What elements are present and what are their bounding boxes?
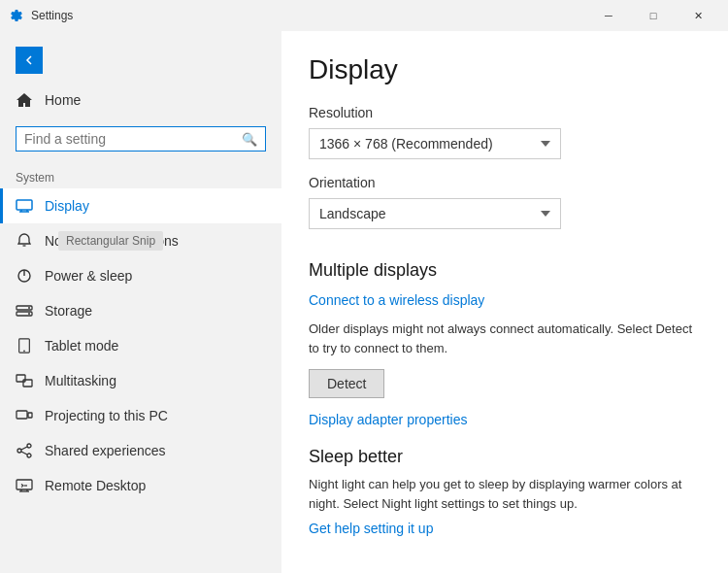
svg-rect-15 bbox=[17, 411, 27, 419]
svg-point-12 bbox=[23, 350, 25, 352]
section-label: System bbox=[0, 159, 281, 188]
svg-point-18 bbox=[27, 444, 31, 448]
back-icon bbox=[24, 55, 34, 65]
remote-label: Remote Desktop bbox=[45, 478, 146, 493]
svg-rect-0 bbox=[17, 200, 32, 210]
sidebar-item-power[interactable]: Power & sleep bbox=[0, 258, 281, 293]
sidebar-item-projecting[interactable]: Projecting to this PC bbox=[0, 398, 281, 433]
orientation-label: Orientation bbox=[309, 175, 701, 190]
content-area: Display Resolution 1366 × 768 (Recommend… bbox=[281, 31, 728, 573]
storage-label: Storage bbox=[45, 303, 92, 319]
svg-rect-16 bbox=[28, 413, 32, 418]
sidebar-header bbox=[0, 31, 281, 82]
older-displays-desc: Older displays might not always connect … bbox=[309, 320, 701, 357]
home-label: Home bbox=[45, 92, 81, 108]
detect-button[interactable]: Detect bbox=[309, 369, 384, 398]
remote-icon bbox=[16, 477, 33, 494]
home-icon bbox=[16, 91, 33, 109]
svg-line-22 bbox=[21, 452, 27, 455]
app-body: Home 🔍 System Display bbox=[0, 31, 728, 573]
title-bar-controls: ─ □ ✕ bbox=[586, 0, 720, 31]
orientation-dropdown[interactable]: Landscape bbox=[309, 198, 561, 229]
title-bar-text: Settings bbox=[31, 9, 586, 22]
multitasking-label: Multitasking bbox=[45, 373, 116, 388]
shared-label: Shared experiences bbox=[45, 443, 166, 458]
notifications-icon bbox=[16, 232, 33, 250]
settings-icon bbox=[8, 8, 23, 23]
shared-icon bbox=[16, 442, 33, 459]
sleep-title: Sleep better bbox=[309, 447, 701, 467]
sidebar-item-display[interactable]: Display bbox=[0, 188, 281, 223]
multiple-displays-title: Multiple displays bbox=[309, 260, 701, 281]
svg-point-10 bbox=[28, 313, 30, 315]
sidebar-item-tablet[interactable]: Tablet mode bbox=[0, 328, 281, 363]
tablet-label: Tablet mode bbox=[45, 338, 118, 354]
svg-point-19 bbox=[17, 449, 21, 453]
projecting-icon bbox=[16, 407, 33, 424]
multitasking-icon bbox=[16, 372, 33, 389]
projecting-label: Projecting to this PC bbox=[45, 408, 168, 423]
tablet-icon bbox=[16, 337, 33, 354]
title-bar: Settings ─ □ ✕ bbox=[0, 0, 728, 31]
connect-wireless-link[interactable]: Connect to a wireless display bbox=[309, 292, 484, 308]
resolution-label: Resolution bbox=[309, 105, 701, 120]
search-box[interactable]: 🔍 bbox=[16, 126, 266, 152]
sidebar-item-multitasking[interactable]: Multitasking bbox=[0, 363, 281, 398]
sidebar-item-remote[interactable]: Remote Desktop bbox=[0, 468, 281, 503]
sidebar: Home 🔍 System Display bbox=[0, 31, 281, 573]
resolution-dropdown[interactable]: 1366 × 768 (Recommended) bbox=[309, 128, 561, 159]
home-nav-item[interactable]: Home bbox=[0, 82, 281, 118]
power-icon bbox=[16, 267, 33, 285]
page-title: Display bbox=[309, 54, 701, 85]
search-icon: 🔍 bbox=[242, 132, 257, 147]
svg-rect-23 bbox=[17, 480, 32, 489]
back-button[interactable] bbox=[16, 47, 43, 74]
svg-point-9 bbox=[28, 307, 30, 309]
sidebar-item-storage[interactable]: Storage bbox=[0, 293, 281, 328]
minimize-button[interactable]: ─ bbox=[586, 0, 631, 31]
sidebar-item-notifications[interactable]: Notifications & actions Rectangular Snip bbox=[0, 223, 281, 258]
storage-icon bbox=[16, 302, 33, 320]
sidebar-item-shared[interactable]: Shared experiences bbox=[0, 433, 281, 468]
power-label: Power & sleep bbox=[45, 268, 132, 284]
display-adapter-link[interactable]: Display adapter properties bbox=[309, 412, 467, 427]
sleep-desc: Night light can help you get to sleep by… bbox=[309, 475, 701, 513]
maximize-button[interactable]: □ bbox=[631, 0, 676, 31]
svg-point-20 bbox=[27, 454, 31, 457]
sidebar-item-display-label: Display bbox=[45, 198, 89, 214]
search-input[interactable] bbox=[24, 131, 242, 147]
display-icon bbox=[16, 197, 33, 215]
notifications-label: Notifications & actions bbox=[45, 233, 179, 249]
get-help-link[interactable]: Get help setting it up bbox=[309, 521, 433, 536]
close-button[interactable]: ✕ bbox=[676, 0, 720, 31]
svg-line-21 bbox=[21, 447, 27, 450]
